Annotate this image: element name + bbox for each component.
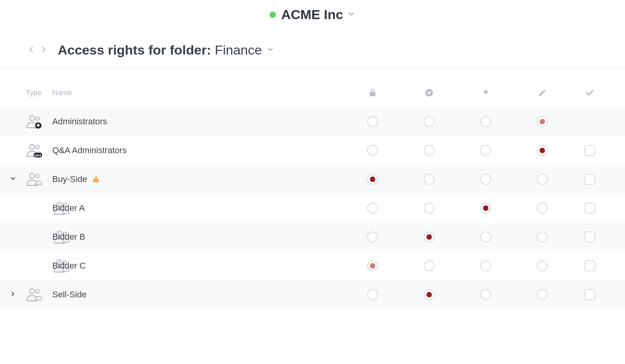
permission-view-radio[interactable] (424, 203, 435, 214)
permission-edit-radio[interactable] (537, 203, 548, 214)
permission-lock-radio[interactable] (367, 174, 378, 185)
permission-edit-radio[interactable] (537, 289, 548, 300)
row-name-label: Administrators (52, 117, 107, 127)
svg-point-11 (36, 174, 39, 178)
table-row: Bidder A (0, 194, 625, 223)
permission-lock-radio[interactable] (367, 203, 378, 214)
row-name-label: Q&A Administrators (52, 145, 127, 155)
table-row: Q&A Q&A Administrators (0, 136, 625, 165)
col-type: Type (26, 88, 52, 97)
svg-point-6 (30, 145, 35, 150)
group-name[interactable]: Bidder B (52, 232, 344, 242)
group-name[interactable]: Buy-Side (52, 174, 344, 184)
workspace-title[interactable]: ACME Inc (281, 7, 343, 22)
permission-download-radio[interactable] (480, 116, 491, 127)
group-type-icon (26, 114, 52, 129)
permission-manage-checkbox[interactable] (584, 145, 595, 156)
svg-point-21 (36, 290, 39, 293)
users-group-icon (26, 171, 44, 187)
access-rights-table: Type Name Administrators Q&A Q&A Adminis… (0, 69, 625, 309)
table-header-row: Type Name (0, 81, 625, 107)
col-name: Name (52, 88, 344, 97)
users-group-icon (26, 287, 44, 302)
permission-edit-radio[interactable] (537, 260, 548, 271)
permission-manage-checkbox[interactable] (584, 174, 595, 185)
chevron-right-icon[interactable] (9, 290, 16, 299)
permission-download-radio[interactable] (480, 145, 491, 156)
permission-manage-checkbox[interactable] (584, 231, 595, 242)
lock-icon (344, 88, 401, 97)
svg-text:Q&A: Q&A (34, 154, 41, 157)
permission-download-radio[interactable] (480, 289, 491, 300)
download-icon (457, 88, 514, 97)
group-name[interactable]: Bidder C (52, 261, 344, 271)
permission-manage-checkbox[interactable] (584, 289, 595, 300)
group-name[interactable]: Administrators (52, 117, 344, 127)
row-name-label: Sell-Side (52, 290, 87, 300)
permission-edit-radio[interactable] (537, 174, 548, 185)
group-name[interactable]: Bidder A (52, 203, 344, 213)
permission-edit-radio[interactable] (537, 231, 548, 242)
permission-view-radio[interactable] (424, 231, 435, 242)
permission-lock-radio[interactable] (367, 289, 378, 300)
permission-lock-radio[interactable] (367, 116, 378, 127)
row-name-label: Buy-Side (52, 174, 87, 184)
svg-point-2 (428, 92, 430, 94)
group-type-icon (26, 287, 52, 302)
table-row: Buy-Side (0, 165, 625, 194)
workspace-status-dot (270, 12, 276, 18)
svg-rect-12 (96, 178, 96, 180)
table-row: Sell-Side (0, 280, 625, 309)
group-name[interactable]: Sell-Side (52, 290, 344, 300)
permission-lock-radio[interactable] (367, 260, 378, 271)
permission-view-radio[interactable] (424, 145, 435, 156)
eye-icon (401, 88, 457, 98)
group-type-icon: Q&A (26, 143, 52, 158)
permission-manage-checkbox[interactable] (584, 260, 595, 271)
permission-download-radio[interactable] (480, 231, 491, 242)
pencil-icon (514, 88, 570, 97)
chevron-down-icon[interactable] (347, 10, 355, 20)
table-row: Bidder C (0, 251, 625, 280)
permission-lock-radio[interactable] (367, 231, 378, 242)
svg-point-7 (36, 145, 39, 149)
row-name-label: Bidder B (52, 232, 85, 242)
permission-manage-checkbox[interactable] (584, 203, 595, 214)
permission-edit-radio[interactable] (537, 116, 548, 127)
warning-icon (92, 175, 100, 184)
permission-download-radio[interactable] (480, 260, 491, 271)
group-type-icon (26, 171, 52, 187)
permission-view-radio[interactable] (424, 116, 435, 127)
permission-edit-radio[interactable] (537, 145, 548, 156)
users-group-icon: Q&A (26, 143, 44, 158)
check-icon (570, 88, 609, 97)
chevron-down-icon[interactable] (9, 175, 16, 184)
page-header: Access rights for folder: Finance (0, 32, 625, 69)
chevron-down-icon[interactable] (266, 46, 274, 55)
row-name-label: Bidder A (52, 203, 85, 213)
permission-view-radio[interactable] (424, 289, 435, 300)
row-name-label: Bidder C (52, 261, 86, 271)
group-name[interactable]: Q&A Administrators (52, 145, 344, 155)
permission-download-radio[interactable] (480, 203, 491, 214)
page-title-prefix: Access rights for folder: (58, 42, 211, 57)
permission-lock-radio[interactable] (367, 145, 378, 156)
workspace-header: ACME Inc (0, 0, 625, 32)
permission-view-radio[interactable] (424, 260, 435, 271)
page-title-folder: Finance (215, 42, 262, 57)
page-title: Access rights for folder: Finance (58, 42, 262, 58)
svg-rect-13 (96, 181, 96, 182)
svg-point-20 (30, 289, 35, 294)
nav-next-icon[interactable] (39, 45, 48, 56)
table-row: Bidder B (0, 223, 625, 251)
svg-point-4 (36, 117, 39, 120)
permission-view-radio[interactable] (424, 174, 435, 185)
svg-point-3 (30, 116, 35, 121)
permission-download-radio[interactable] (480, 174, 491, 185)
table-row: Administrators (0, 107, 625, 136)
users-group-icon (26, 114, 44, 129)
nav-prev-icon[interactable] (27, 45, 36, 56)
svg-point-10 (30, 173, 35, 178)
folder-nav (27, 45, 48, 56)
